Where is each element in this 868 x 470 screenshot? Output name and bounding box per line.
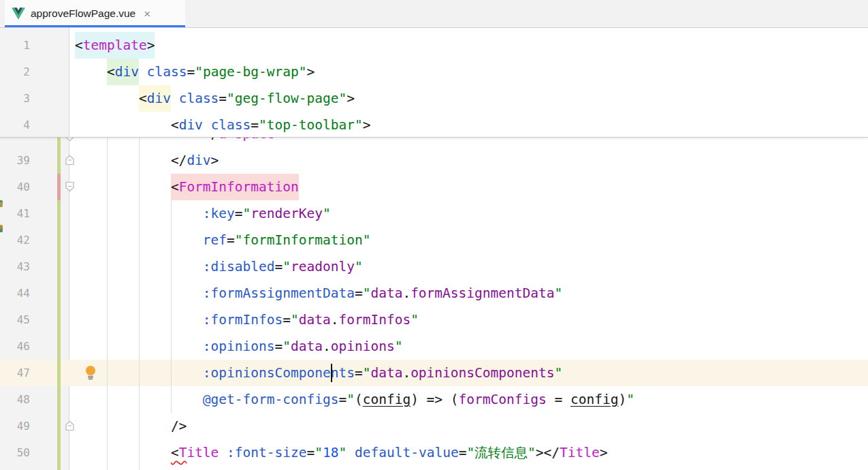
code-line[interactable]: <Title :font-size="18" default-value="流转… [75, 439, 608, 466]
code-line[interactable]: :formAssignmentData="data.formAssignment… [75, 280, 562, 307]
lightbulb-icon[interactable] [84, 365, 97, 383]
code-editor[interactable]: 38 </a-space>39 </div>40 <FormInformatio… [0, 28, 868, 470]
line-number: 45 [0, 307, 30, 333]
code-line[interactable]: ref="formInformation" [75, 227, 370, 253]
vue-logo-icon [12, 7, 25, 20]
fold-end-marker-icon[interactable] [65, 420, 75, 434]
sticky-line-number: 2 [0, 59, 30, 85]
code-line[interactable]: <div class="top-toolbar"> [75, 112, 370, 138]
code-line[interactable]: :disabled="readonly" [75, 253, 363, 280]
gutter-artifact-icon [0, 200, 3, 207]
code-line[interactable]: </div> [75, 147, 219, 174]
line-number: 49 [0, 413, 30, 439]
line-number: 47 [0, 360, 30, 386]
code-line[interactable]: :key="renderKey" [75, 200, 331, 227]
fold-end-marker-icon[interactable] [65, 155, 75, 168]
fold-start-marker-icon[interactable] [65, 181, 75, 195]
tab-approveflowpage[interactable]: approveFlowPage.vue × [5, 0, 185, 27]
sticky-lines-header: 1<template>2 <div class="page-bg-wrap">3… [0, 28, 868, 138]
line-number: 41 [0, 200, 30, 227]
active-tab-underline [5, 25, 185, 27]
editor-tab-bar: approveFlowPage.vue × [0, 0, 868, 28]
line-number: 40 [0, 174, 30, 200]
line-number: 44 [0, 280, 30, 307]
sticky-line-number: 1 [0, 32, 30, 59]
vcs-change-strip-modified [57, 174, 61, 200]
line-number: 43 [0, 253, 30, 280]
code-line[interactable]: :opinions="data.opinions" [75, 333, 402, 360]
code-line[interactable]: <div class="page-bg-wrap"> [75, 59, 315, 85]
code-line[interactable]: <template> [75, 32, 155, 59]
line-number: 39 [0, 147, 30, 174]
tab-title: approveFlowPage.vue [31, 7, 135, 20]
close-icon[interactable]: × [144, 8, 150, 20]
line-number: 50 [0, 439, 30, 466]
code-line[interactable]: :opinionsComponents="data.opinionsCompon… [75, 360, 562, 386]
code-line[interactable]: <div class="geg-flow-page"> [75, 85, 355, 112]
line-number: 48 [0, 386, 30, 413]
ide-window: approveFlowPage.vue × 38 </a-space>39 </… [0, 0, 868, 470]
code-line[interactable]: <FormInformation [75, 174, 299, 200]
sticky-line-number: 4 [0, 112, 30, 138]
code-line[interactable]: /> [75, 413, 187, 439]
line-number: 42 [0, 227, 30, 253]
sticky-line-number: 3 [0, 85, 30, 112]
gutter-artifact-icon [0, 225, 3, 232]
text-caret [331, 364, 332, 382]
line-number: 46 [0, 333, 30, 360]
code-line[interactable]: @get-form-configs="(config) => (formConf… [75, 386, 634, 413]
code-line[interactable]: :formInfos="data.formInfos" [75, 307, 419, 333]
